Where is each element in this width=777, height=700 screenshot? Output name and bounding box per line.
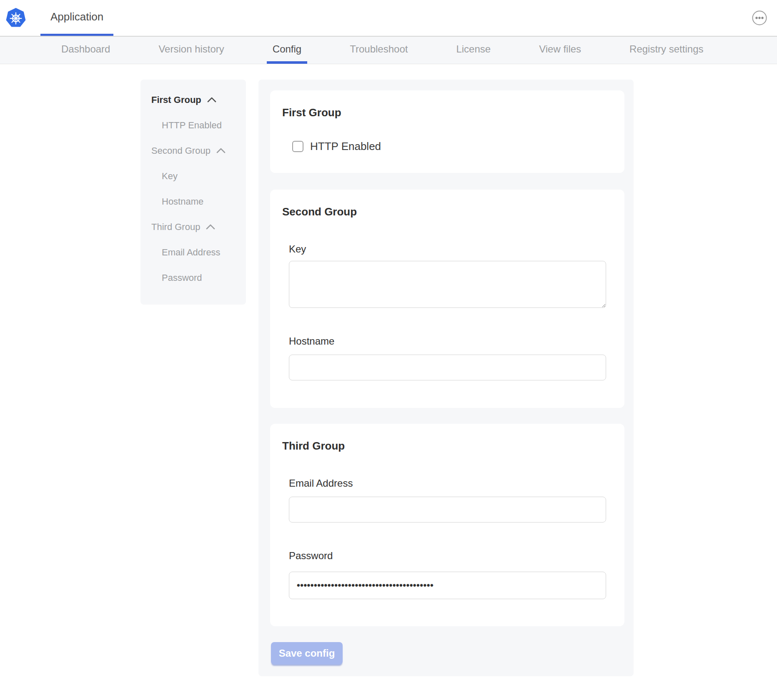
hostname-input[interactable] <box>289 355 606 380</box>
email-address-input[interactable] <box>289 497 606 522</box>
group-title-third: Third Group <box>282 440 624 452</box>
password-input[interactable] <box>289 572 606 599</box>
sidebar-group-second-group[interactable]: Second Group <box>140 138 246 163</box>
tab-registry-settings[interactable]: Registry settings <box>624 37 709 64</box>
config-panel: First Group HTTP Enabled Second Group Ke… <box>258 80 634 676</box>
config-group-card-third: Third Group Email Address Password <box>270 424 624 626</box>
more-menu-button[interactable] <box>751 10 768 27</box>
sidebar-item-email-address[interactable]: Email Address <box>140 240 246 265</box>
group-title-second: Second Group <box>282 205 624 218</box>
http-enabled-label[interactable]: HTTP Enabled <box>310 140 381 153</box>
email-field: Email Address <box>289 478 606 522</box>
sidebar-group-label: First Group <box>151 95 201 105</box>
config-sidebar: First Group HTTP Enabled Second Group Ke… <box>140 80 246 305</box>
chevron-up-icon <box>207 97 216 102</box>
sidebar-group-first-group[interactable]: First Group <box>140 87 246 112</box>
sidebar-item-key[interactable]: Key <box>140 163 246 189</box>
password-field: Password <box>289 550 606 599</box>
config-group-card-first: First Group HTTP Enabled <box>270 90 624 173</box>
kubernetes-logo-icon <box>5 8 26 28</box>
logo-container <box>5 0 26 36</box>
tab-troubleshoot[interactable]: Troubleshoot <box>344 37 414 64</box>
app-title-tab[interactable]: Application <box>40 0 113 36</box>
sidebar-item-password[interactable]: Password <box>140 265 246 290</box>
chevron-up-icon <box>206 224 215 230</box>
tab-view-files[interactable]: View files <box>533 37 587 64</box>
http-enabled-checkbox[interactable] <box>292 141 303 152</box>
password-label: Password <box>289 550 606 562</box>
sidebar-item-http-enabled[interactable]: HTTP Enabled <box>140 112 246 138</box>
tab-config[interactable]: Config <box>267 37 307 64</box>
hostname-field: Hostname <box>289 335 606 380</box>
sidebar-group-third-group[interactable]: Third Group <box>140 214 246 240</box>
tab-license[interactable]: License <box>450 37 496 64</box>
save-config-button[interactable]: Save config <box>271 642 343 665</box>
hostname-label: Hostname <box>289 335 606 347</box>
sidebar-item-hostname[interactable]: Hostname <box>140 189 246 214</box>
config-page: First Group HTTP Enabled Second Group Ke… <box>140 80 777 676</box>
sidebar-group-label: Third Group <box>151 222 200 232</box>
app-title: Application <box>50 10 103 23</box>
tab-dashboard[interactable]: Dashboard <box>55 37 116 64</box>
app-header: Application <box>0 0 777 37</box>
key-field: Key <box>289 243 606 308</box>
config-group-card-second: Second Group Key Hostname <box>270 190 624 408</box>
http-enabled-row: HTTP Enabled <box>292 140 624 153</box>
key-label: Key <box>289 243 606 255</box>
sidebar-group-label: Second Group <box>151 145 211 156</box>
chevron-up-icon <box>216 148 226 153</box>
key-textarea[interactable] <box>289 261 606 308</box>
nav-tabbar: Dashboard Version history Config Trouble… <box>0 37 777 64</box>
tab-version-history[interactable]: Version history <box>153 37 230 64</box>
ellipsis-icon <box>752 10 767 25</box>
email-address-label: Email Address <box>289 478 606 489</box>
group-title-first: First Group <box>282 106 624 119</box>
